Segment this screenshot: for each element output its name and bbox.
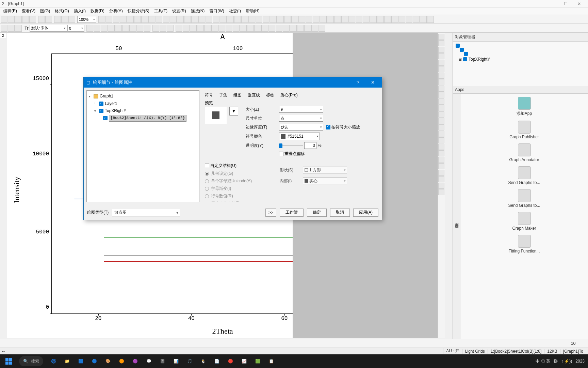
tb-ao[interactable] — [384, 16, 391, 23]
fmt-l[interactable] — [254, 25, 261, 32]
beta-icon[interactable] — [129, 25, 136, 32]
zoom-in-icon[interactable] — [438, 40, 444, 46]
overlap-checkbox[interactable] — [279, 152, 283, 156]
bottom-num-combo[interactable]: 10 — [571, 341, 586, 346]
tab-centroid[interactable]: 质心(Pro) — [280, 92, 298, 98]
align-center-icon[interactable] — [160, 25, 166, 32]
task-app-1[interactable]: 🌀 — [47, 355, 60, 367]
tb-p[interactable] — [206, 16, 212, 23]
fmt-f[interactable] — [211, 25, 218, 32]
tb-v[interactable] — [248, 16, 255, 23]
tb-c[interactable] — [113, 16, 119, 23]
custom-struct-checkbox[interactable] — [205, 164, 209, 168]
zoom-out-icon[interactable] — [438, 47, 444, 53]
line-style-icon[interactable] — [1, 25, 7, 32]
workbook-button[interactable]: 工作簿 — [280, 209, 304, 217]
fmt-b[interactable] — [183, 25, 190, 32]
menu-social[interactable]: 社交(I) — [227, 7, 243, 15]
fmt-e[interactable] — [204, 25, 211, 32]
symbol-dropdown[interactable]: ▼ — [229, 107, 238, 116]
menu-format[interactable]: 格式(O) — [53, 7, 71, 15]
ok-button[interactable]: 确定 — [307, 209, 327, 217]
task-app-15[interactable]: 📈 — [238, 355, 250, 367]
rect-icon[interactable] — [438, 105, 444, 111]
tb-i[interactable] — [156, 16, 162, 23]
tb-y[interactable] — [270, 16, 277, 23]
menu-gadgets[interactable]: 快捷分析(S) — [126, 7, 151, 15]
fmt-u[interactable] — [318, 25, 325, 32]
menu-help[interactable]: 帮助(H) — [244, 7, 262, 15]
dialog-close-button[interactable]: ✕ — [367, 80, 379, 85]
app-add[interactable]: 添加App — [463, 97, 585, 117]
radio-geometry[interactable] — [205, 172, 209, 176]
vt-i[interactable] — [438, 189, 444, 195]
tray-pin[interactable]: 拼 — [554, 358, 558, 364]
arrow-icon[interactable] — [438, 92, 444, 98]
tb-aj[interactable] — [348, 16, 355, 23]
subscript-icon[interactable] — [115, 25, 122, 32]
fmt-k[interactable] — [247, 25, 254, 32]
size-select[interactable]: 9 — [279, 106, 323, 113]
object-manager-tree[interactable]: ⊟ TopXRightY — [453, 42, 588, 86]
tray-vol[interactable]: ↕ ⚡)) — [561, 359, 572, 364]
radio-alpha[interactable] — [205, 187, 209, 191]
tab-subset[interactable]: 子集 — [219, 92, 227, 98]
menu-preferences[interactable]: 设置(R) — [170, 7, 188, 15]
apply-button[interactable]: 应用(A) — [353, 209, 378, 217]
open-icon[interactable] — [8, 16, 15, 23]
import-icon[interactable] — [29, 16, 36, 23]
fmt-j[interactable] — [240, 25, 247, 32]
menu-data[interactable]: 数据(D) — [88, 7, 107, 15]
roi-icon[interactable] — [438, 131, 444, 137]
vt-h[interactable] — [438, 183, 444, 189]
new-project-icon[interactable] — [1, 16, 7, 23]
app-annotator[interactable]: Graph Annotator — [463, 143, 585, 162]
font-combo[interactable]: 默认: 宋体 — [30, 25, 67, 32]
superscript-icon[interactable] — [108, 25, 115, 32]
line-width-icon[interactable] — [8, 25, 15, 32]
app-send-2[interactable]: Send Graphs to... — [463, 189, 585, 208]
task-app-17[interactable]: 📋 — [265, 355, 277, 367]
task-app-10[interactable]: 📊 — [170, 355, 182, 367]
app-fitting[interactable]: Fitting Function... — [463, 235, 585, 254]
dialog-titlebar[interactable]: ▢ 绘图细节 - 绘图属性 ? ✕ — [84, 77, 382, 88]
export-icon[interactable] — [45, 16, 52, 23]
tb-ai[interactable] — [341, 16, 348, 23]
tb-e[interactable] — [127, 16, 134, 23]
app-publisher[interactable]: Graph Publisher — [463, 121, 585, 139]
alpha-icon[interactable] — [122, 25, 129, 32]
polygon-icon[interactable] — [438, 118, 444, 124]
font-color-icon[interactable] — [136, 25, 143, 32]
tb-s[interactable] — [227, 16, 234, 23]
dialog-tree[interactable]: ▾Graph1 ›Layer1 ▾TopXRightY [Book2]Sheet… — [86, 90, 199, 202]
tab-symbol[interactable]: 符号 — [205, 92, 213, 98]
text-icon[interactable] — [438, 86, 444, 92]
start-button[interactable] — [0, 354, 18, 368]
tb-ak[interactable] — [356, 16, 362, 23]
shape-select[interactable]: 1 方形 — [303, 167, 347, 173]
task-app-6[interactable]: 🟠 — [115, 355, 128, 367]
vt-d[interactable] — [438, 157, 444, 163]
tb-j[interactable] — [163, 16, 169, 23]
tb-an[interactable] — [377, 16, 384, 23]
tb-as[interactable] — [413, 16, 420, 23]
data-selector-icon[interactable] — [438, 73, 444, 79]
circle-icon[interactable] — [438, 111, 444, 118]
menu-connect[interactable]: 连接(N) — [189, 7, 207, 15]
tb-l[interactable] — [177, 16, 184, 23]
font-size-combo[interactable]: 0 — [67, 25, 84, 32]
bold-icon[interactable] — [86, 25, 93, 32]
vt-a[interactable] — [438, 137, 444, 143]
line-icon[interactable] — [438, 98, 444, 105]
vt-c[interactable] — [438, 150, 444, 156]
tb-u[interactable] — [241, 16, 248, 23]
vt-g[interactable] — [438, 176, 444, 182]
align-left-icon[interactable] — [152, 25, 159, 32]
tb-ae[interactable] — [313, 16, 320, 23]
region-icon[interactable] — [438, 124, 444, 131]
text-tool-icon[interactable]: Tг — [24, 26, 29, 31]
tb-aq[interactable] — [398, 16, 405, 23]
tb-t[interactable] — [234, 16, 241, 23]
task-app-13[interactable]: 📄 — [211, 355, 223, 367]
menu-insert[interactable]: 插入(I) — [72, 7, 88, 15]
